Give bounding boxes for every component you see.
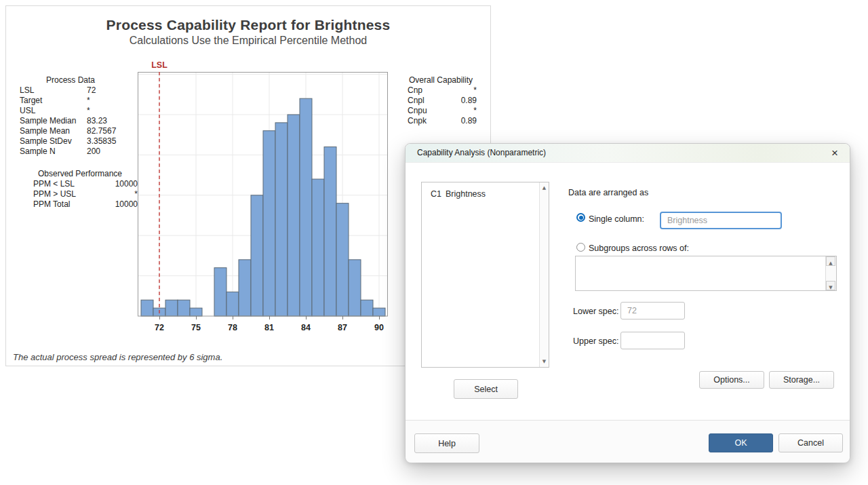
listbox-scrollbar[interactable]: ▲ ▼ <box>539 182 549 367</box>
column-id: C1 <box>431 189 446 199</box>
stat-row: PPM > USL * <box>22 189 138 199</box>
histogram-bar <box>300 98 312 316</box>
stat-value: 10000 <box>115 199 138 210</box>
arranged-as-label: Data are arranged as <box>568 188 648 197</box>
histogram-bar <box>251 195 263 316</box>
single-column-radio[interactable] <box>576 213 585 222</box>
stat-label: Cnpl <box>408 96 425 106</box>
variable-listbox[interactable]: C1 Brightness ▲ ▼ <box>421 182 549 368</box>
upper-spec-input[interactable] <box>620 332 685 349</box>
stat-row: LSL 72 <box>20 85 121 96</box>
storage-button[interactable]: Storage... <box>769 371 834 389</box>
screen: Process Capability Report for Brightness… <box>0 0 868 485</box>
subgroups-input[interactable]: ▲ ▼ <box>575 256 837 291</box>
dialog-titlebar[interactable]: Capability Analysis (Nonparametric) × <box>406 144 850 163</box>
help-button[interactable]: Help <box>414 433 479 453</box>
stat-value: * <box>87 106 90 116</box>
stat-value: * <box>87 96 90 106</box>
single-column-label: Single column: <box>589 214 644 224</box>
stat-label: Cnpk <box>408 116 427 126</box>
stat-row: Cnpk 0.89 <box>405 116 477 126</box>
stat-row: USL * <box>20 106 121 116</box>
histogram-bar <box>226 292 239 316</box>
stat-value: 72 <box>87 85 96 96</box>
scroll-down-icon[interactable]: ▼ <box>540 359 549 364</box>
process-data-rows: LSL 72 Target * USL * Sample Median 83.2… <box>20 85 121 157</box>
overall-capability-rows: Cnp * Cnpl 0.89 Cnpu * Cnpk 0.89 <box>405 85 477 126</box>
histogram-bar <box>190 308 202 316</box>
subgroups-label: Subgroups across rows of: <box>589 244 689 253</box>
ok-button[interactable]: OK <box>709 433 773 452</box>
x-tick-label: 84 <box>301 323 311 332</box>
subgroups-radio[interactable] <box>576 243 585 252</box>
stat-row: Cnpl 0.89 <box>405 96 477 106</box>
select-button[interactable]: Select <box>454 379 518 399</box>
list-item[interactable]: C1 Brightness <box>422 182 540 199</box>
observed-performance-title: Observed Performance <box>22 169 138 179</box>
overall-capability-panel: Overall Capability Cnp * Cnpl 0.89 Cnpu … <box>405 75 477 126</box>
scroll-up-button[interactable]: ▲ <box>826 256 835 266</box>
stat-label: PPM Total <box>33 199 70 210</box>
stat-row: Cnpu * <box>405 106 477 116</box>
cancel-button[interactable]: Cancel <box>778 433 843 452</box>
histogram-bar <box>324 147 336 316</box>
histogram-bar <box>275 123 288 316</box>
scroll-up-icon: ▲ <box>829 260 832 266</box>
stat-label: Cnpu <box>408 106 427 116</box>
report-title: Process Capability Report for Brightness <box>6 17 490 33</box>
histogram-bar <box>361 300 373 316</box>
scroll-down-button[interactable]: ▼ <box>826 281 835 290</box>
histogram-bar <box>373 308 385 316</box>
x-tick-label: 81 <box>264 323 274 332</box>
histogram: 72757881848790 <box>138 72 388 333</box>
stat-label: LSL <box>20 85 34 96</box>
stat-value: 10000 <box>115 179 138 189</box>
single-column-input[interactable] <box>660 212 782 229</box>
column-name: Brightness <box>446 189 486 199</box>
dialog-footer: Help OK Cancel <box>406 420 850 463</box>
stat-label: USL <box>20 106 35 116</box>
overall-capability-title: Overall Capability <box>405 75 477 85</box>
lsl-reference-label: LSL <box>150 60 169 70</box>
stat-label: Sample Mean <box>20 126 70 136</box>
scroll-up-icon[interactable]: ▲ <box>540 185 549 191</box>
stat-row: Sample Median 83.23 <box>20 116 121 126</box>
process-data-panel: Process Data LSL 72 Target * USL * Sampl… <box>20 75 121 157</box>
histogram-bar <box>288 115 300 316</box>
subgroups-scrollbar[interactable]: ▲ ▼ <box>825 256 836 290</box>
variable-list: C1 Brightness <box>422 182 540 367</box>
capability-analysis-dialog: Capability Analysis (Nonparametric) × C1… <box>405 143 850 462</box>
dialog-title: Capability Analysis (Nonparametric) <box>417 144 546 162</box>
stat-label: Sample StDev <box>20 136 72 147</box>
stat-label: PPM < LSL <box>33 179 75 189</box>
stat-value: 3.35835 <box>87 136 116 147</box>
stat-row: PPM Total 10000 <box>22 199 138 210</box>
observed-performance-rows: PPM < LSL 10000 PPM > USL * PPM Total 10… <box>22 179 138 210</box>
chart-footnote: The actual process spread is represented… <box>13 352 222 362</box>
x-tick-label: 75 <box>191 323 201 332</box>
stat-row: Sample Mean 82.7567 <box>20 126 121 136</box>
stat-row: Cnp * <box>405 85 477 96</box>
stat-row: Target * <box>20 96 121 106</box>
observed-performance-panel: Observed Performance PPM < LSL 10000 PPM… <box>22 169 138 210</box>
lower-spec-label: Lower spec: <box>573 307 618 316</box>
histogram-bar <box>214 268 226 316</box>
histogram-bar <box>312 179 324 316</box>
stat-value: 0.89 <box>461 96 477 106</box>
stat-label: Sample N <box>20 147 56 157</box>
histogram-bar <box>336 203 349 316</box>
stat-value: 200 <box>87 147 100 157</box>
x-tick-label: 87 <box>338 323 347 332</box>
close-icon[interactable]: × <box>827 145 843 161</box>
options-button[interactable]: Options... <box>699 371 764 389</box>
histogram-bar <box>165 300 178 316</box>
stat-row: PPM < LSL 10000 <box>22 179 138 189</box>
stat-value: 82.7567 <box>87 126 116 136</box>
upper-spec-label: Upper spec: <box>573 336 618 346</box>
process-data-title: Process Data <box>20 75 121 85</box>
x-tick-label: 78 <box>228 323 237 332</box>
stat-value: 0.89 <box>461 116 477 126</box>
lower-spec-input[interactable] <box>620 302 685 319</box>
stat-value: * <box>473 85 477 96</box>
histogram-bar <box>239 260 251 316</box>
